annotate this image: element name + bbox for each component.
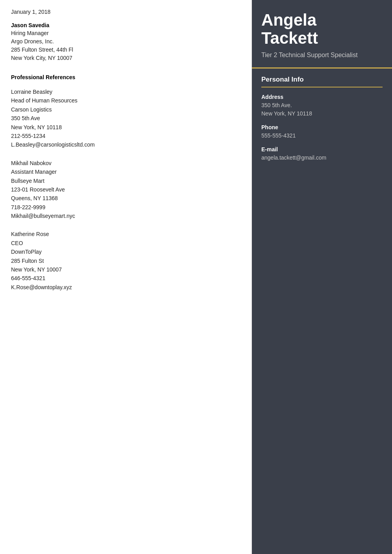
ref3-company: DownToPlay <box>11 247 240 256</box>
recipient-address2: New York City, NY 10007 <box>11 54 240 62</box>
reference-1: Lorraine Beasley Head of Human Resources… <box>11 87 240 149</box>
ref3-address1: 285 Fulton St <box>11 257 240 265</box>
ref1-title: Head of Human Resources <box>11 96 240 105</box>
address-item: Address 350 5th Ave. New York, NY 10118 <box>261 94 383 118</box>
ref3-title: CEO <box>11 239 240 247</box>
ref2-email: Mikhail@bullseyemart.nyc <box>11 212 240 220</box>
first-name: Angela <box>261 11 316 29</box>
name-section: Angela Tackett Tier 2 Technical Support … <box>252 0 392 69</box>
ref2-name: Mikhail Nabokov <box>11 159 240 167</box>
email-item: E-mail angela.tackett@gmail.com <box>261 146 383 162</box>
recipient-company: Argo Drones, Inc. <box>11 37 240 46</box>
ref1-company: Carson Logistics <box>11 105 240 114</box>
ref2-address1: 123-01 Roosevelt Ave <box>11 185 240 194</box>
phone-item: Phone 555-555-4321 <box>261 124 383 140</box>
address-label: Address <box>261 94 383 100</box>
ref2-phone: 718-222-9999 <box>11 203 240 212</box>
phone-label: Phone <box>261 124 383 130</box>
personal-info-header: Personal Info <box>261 76 383 87</box>
address-line2: New York, NY 10118 <box>261 110 312 117</box>
section-title: Professional References <box>11 74 240 80</box>
recipient-block: Jason Savedia Hiring Manager Argo Drones… <box>11 22 240 62</box>
job-title: Tier 2 Technical Support Specialist <box>261 51 383 59</box>
ref3-phone: 646-555-4321 <box>11 274 240 283</box>
ref2-address2: Queens, NY 11368 <box>11 194 240 203</box>
address-value: 350 5th Ave. New York, NY 10118 <box>261 101 383 118</box>
candidate-name: Angela Tackett <box>261 11 383 47</box>
reference-2: Mikhail Nabokov Assistant Manager Bullse… <box>11 159 240 221</box>
ref1-phone: 212-555-1234 <box>11 132 240 140</box>
ref2-company: Bullseye Mart <box>11 177 240 185</box>
last-name: Tackett <box>261 29 318 47</box>
recipient-name: Jason Savedia <box>11 22 240 28</box>
recipient-address1: 285 Fulton Street, 44th Fl <box>11 46 240 54</box>
reference-3: Katherine Rose CEO DownToPlay 285 Fulton… <box>11 230 240 292</box>
left-panel: January 1, 2018 Jason Savedia Hiring Man… <box>0 0 252 554</box>
recipient-title: Hiring Manager <box>11 29 240 37</box>
ref1-address2: New York, NY 10118 <box>11 123 240 132</box>
ref1-name: Lorraine Beasley <box>11 87 240 96</box>
email-value: angela.tackett@gmail.com <box>261 154 383 162</box>
phone-value: 555-555-4321 <box>261 132 383 140</box>
ref2-title: Assistant Manager <box>11 167 240 176</box>
ref1-email: L.Beasley@carsonlogisticsltd.com <box>11 140 240 149</box>
address-line1: 350 5th Ave. <box>261 102 292 108</box>
personal-info-section: Personal Info Address 350 5th Ave. New Y… <box>252 69 392 175</box>
ref3-address2: New York, NY 10007 <box>11 265 240 274</box>
date: January 1, 2018 <box>11 9 240 15</box>
ref1-address1: 350 5th Ave <box>11 114 240 123</box>
ref3-email: K.Rose@downtoplay.xyz <box>11 283 240 292</box>
ref3-name: Katherine Rose <box>11 230 240 238</box>
email-label: E-mail <box>261 146 383 152</box>
right-panel: Angela Tackett Tier 2 Technical Support … <box>252 0 392 554</box>
